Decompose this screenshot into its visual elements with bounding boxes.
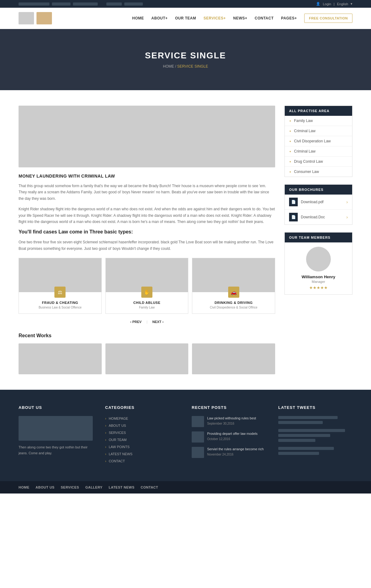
brochure-label-1: Download.pdf [301, 200, 323, 204]
avatar [306, 247, 331, 271]
footer-about: ABOUT US Then along come two they got no… [19, 405, 93, 466]
case-card-1: ⚖ FRAUD & CHEATING Business Law & Social… [19, 258, 102, 314]
practise-consumer-law[interactable]: Consumer Law [285, 167, 352, 177]
list-item: Family Law [285, 116, 352, 126]
practise-civil-law[interactable]: Civil Disoperation Law [285, 136, 352, 146]
brochures-box: OUR BROCHURES 📄 Download.pdf › 📄 Downloa… [284, 184, 352, 225]
breadcrumb-home[interactable]: HOME [163, 64, 174, 69]
brochure-label-2: Download.Doc [301, 215, 325, 219]
recent-work-3 [192, 343, 275, 374]
list-item: Criminal Law [285, 146, 352, 157]
nav-home[interactable]: HOME [132, 16, 144, 20]
footer-categories-list: HOMEPAGE ABOUT US SERVICES OUR TEAM LAW … [105, 416, 179, 463]
footer-bottom-contact[interactable]: CONTACT [141, 485, 158, 489]
nav-news[interactable]: NEWS+ [233, 16, 247, 20]
article-subtitle: You'll find cases Law come in Three basi… [19, 229, 275, 235]
footer-cat-contact[interactable]: CONTACT [105, 459, 125, 463]
list-item: CONTACT [105, 459, 179, 463]
practise-criminal-law-2[interactable]: Criminal Law [285, 146, 352, 156]
top-bar-placeholder-3 [73, 2, 98, 6]
footer-cat-ourteam[interactable]: OUR TEAM [105, 438, 127, 442]
login-link[interactable]: Login [323, 2, 331, 6]
brochures-title: OUR BROCHURES [285, 185, 352, 195]
brochure-arrow-1: › [346, 200, 348, 204]
recent-post-link-1[interactable]: Law picked withouting rules best [207, 416, 256, 421]
hero-section: SERVICE SINGLE HOME / SERVICE SINGLE [0, 29, 371, 90]
brochure-item-2[interactable]: 📄 Download.Doc › [285, 210, 352, 225]
recent-post-item-3: Serviel the rules arrange become rich No… [192, 447, 266, 458]
practise-area-box: ALL PRACTISE AREA Family Law Criminal La… [284, 106, 352, 177]
practise-area-title: ALL PRACTISE AREA [285, 106, 352, 116]
footer-recent-posts: RECENT POSTS Law picked withouting rules… [192, 405, 266, 466]
tweet-placeholder-1a [278, 416, 338, 419]
pagination: ‹ PREV | NEXT › [19, 320, 275, 324]
footer-cat-services[interactable]: SERVICES [105, 431, 126, 435]
tweet-placeholder-2b [278, 434, 330, 437]
case-card-icon-1: ⚖ [54, 287, 66, 298]
tweet-placeholder-3a [278, 447, 334, 450]
breadcrumb-current: SERVICE SINGLE [177, 64, 208, 69]
recent-works-grid [19, 343, 275, 374]
tweet-2 [278, 429, 352, 442]
practise-drug-law[interactable]: Drug Control Law [285, 157, 352, 166]
tweet-1 [278, 416, 352, 424]
nav-about[interactable]: ABOUT+ [151, 16, 168, 20]
practise-criminal-law-1[interactable]: Criminal Law [285, 126, 352, 136]
recent-post-link-3[interactable]: Serviel the rules arrange become rich [207, 447, 264, 452]
free-consultation-button[interactable]: FREE CONSULTATION [304, 14, 352, 23]
footer-cat-about[interactable]: ABOUT US [105, 424, 126, 427]
footer-bottom-about[interactable]: ABOUT US [36, 485, 54, 489]
case-card-title-3: DRINKING & DRIVING [195, 301, 272, 304]
footer-bottom-latestnews[interactable]: LATEST NEWS [109, 485, 135, 489]
footer-bottom-services[interactable]: SERVICES [61, 485, 79, 489]
top-bar-right: 👤 Login | English ▾ [316, 2, 352, 6]
list-item: HOMEPAGE [105, 416, 179, 421]
next-link[interactable]: NEXT › [152, 320, 164, 324]
team-members-title: OUR TEAM MEMBERS [285, 233, 352, 242]
hero-title: SERVICE SINGLE [0, 51, 371, 61]
footer-bottom: HOME ABOUT US SERVICES GALLERY LATEST NE… [0, 481, 371, 494]
footer-top: ABOUT US Then along come two they got no… [0, 390, 371, 481]
footer-bottom-gallery[interactable]: GALLERY [85, 485, 103, 489]
practise-family-law[interactable]: Family Law [285, 116, 352, 126]
list-item: Drug Control Law [285, 157, 352, 167]
top-bar-left [19, 2, 143, 6]
top-bar-placeholder-5 [124, 2, 143, 6]
recent-work-1 [19, 343, 102, 374]
recent-post-link-2[interactable]: Providing depart offer law models [207, 431, 258, 436]
doc-icon: 📄 [289, 213, 298, 221]
team-member-role: Manager [289, 280, 348, 284]
content-left: MONEY LAUNDERING WITH CRIMINAL LAW That … [19, 106, 275, 374]
footer-cat-lawpoints[interactable]: LAW POINTS [105, 445, 130, 449]
header: HOME ABOUT+ OUR TEAM SERVICES+ NEWS+ CON… [0, 8, 371, 29]
top-bar: 👤 Login | English ▾ [0, 0, 371, 8]
separator: | [334, 2, 335, 6]
footer-tweets: LATEST TWEETS [278, 405, 352, 466]
recent-post-item-1: Law picked withouting rules best Septemb… [192, 416, 266, 427]
user-icon: 👤 [316, 2, 320, 6]
footer-cat-homepage[interactable]: HOMEPAGE [105, 417, 128, 420]
tweet-placeholder-2c [278, 439, 315, 442]
nav-contact[interactable]: CONTACT [255, 16, 274, 20]
list-item: ABOUT US [105, 423, 179, 428]
brochure-item-1[interactable]: 📄 Download.pdf › [285, 195, 352, 210]
nav-pages[interactable]: PAGES+ [281, 16, 297, 20]
footer-bottom-home[interactable]: HOME [19, 485, 29, 489]
prev-link[interactable]: ‹ PREV [130, 320, 142, 324]
case-cards: ⚖ FRAUD & CHEATING Business Law & Social… [19, 258, 275, 314]
tweet-placeholder-1b [278, 421, 323, 424]
nav-services[interactable]: SERVICES+ [203, 16, 226, 20]
nav-our-team[interactable]: OUR TEAM [175, 16, 196, 20]
case-card-image-1: ⚖ [19, 258, 101, 292]
footer-cat-latestnews[interactable]: LATEST NEWS [105, 452, 132, 456]
footer-categories: CATEGORIES HOMEPAGE ABOUT US SERVICES OU… [105, 405, 179, 466]
logo [19, 12, 52, 24]
footer-about-image [19, 416, 93, 441]
language-selector[interactable]: English [337, 2, 348, 6]
content-right: ALL PRACTISE AREA Family Law Criminal La… [284, 106, 352, 374]
article-body-3: One two three four five six seven eight … [19, 239, 275, 252]
footer-about-text: Then along come two they got nothin but … [19, 444, 93, 456]
footer-categories-title: CATEGORIES [105, 405, 179, 410]
case-card-2: ✋ CHILD ABLUSE Family Law [105, 258, 189, 314]
team-member-stars: ★★★★★ [289, 285, 348, 290]
